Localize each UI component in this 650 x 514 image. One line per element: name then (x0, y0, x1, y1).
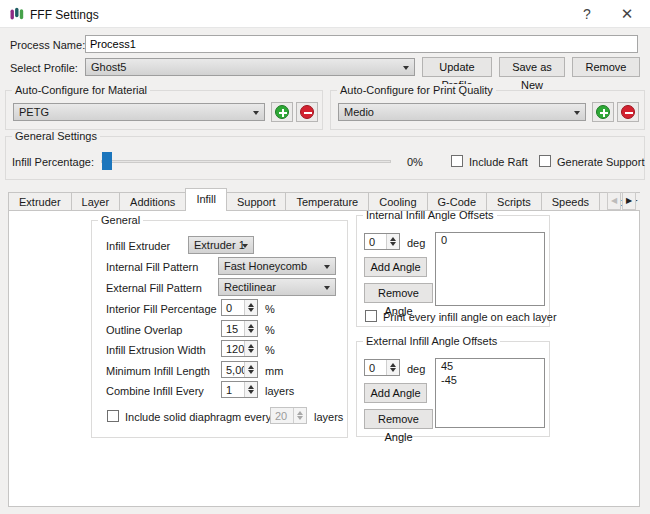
external-fill-pattern-value: Rectilinear (224, 281, 276, 293)
process-name-label: Process Name: (10, 39, 85, 51)
tab-scripts[interactable]: Scripts (486, 192, 542, 211)
spinner-arrows-icon[interactable] (244, 321, 257, 336)
combine-infill-every-label: Combine Infill Every (106, 385, 204, 397)
select-profile-label: Select Profile: (10, 62, 78, 74)
include-solid-diaphragm-checkbox[interactable] (107, 410, 119, 422)
tab-gcode[interactable]: G-Code (427, 192, 488, 211)
tab-additions[interactable]: Additions (119, 192, 186, 211)
remove-material-button[interactable] (296, 102, 318, 122)
spinner-arrows-icon[interactable] (244, 341, 257, 356)
chevron-down-icon (242, 244, 248, 248)
tab-layer[interactable]: Layer (71, 192, 121, 211)
update-profile-button[interactable]: Update Profile (422, 57, 492, 77)
chevron-down-icon (403, 66, 409, 70)
internal-add-angle-button[interactable]: Add Angle (364, 257, 427, 277)
infill-extruder-select[interactable]: Extruder 1 (188, 236, 254, 254)
fff-settings-dialog: FFF Settings ? ✕ Process Name: Select Pr… (0, 0, 650, 514)
tab-cooling[interactable]: Cooling (368, 192, 427, 211)
minimum-infill-length-spinner[interactable]: 5,00 (221, 361, 258, 378)
infill-extrusion-width-spinner[interactable]: 120 (221, 340, 258, 357)
include-raft-label: Include Raft (469, 156, 528, 168)
interior-fill-percentage-value: 0 (226, 302, 232, 314)
save-as-new-button[interactable]: Save as New (499, 57, 565, 77)
tab-scroll-left-icon[interactable]: ◀ (607, 192, 621, 210)
outline-overlap-value: 15 (226, 323, 238, 335)
infill-extrusion-width-value: 120 (226, 343, 244, 355)
infill-extruder-label: Infill Extruder (106, 240, 170, 252)
add-quality-button[interactable] (592, 102, 614, 122)
interior-fill-percentage-unit: % (265, 303, 275, 315)
include-raft-checkbox[interactable] (451, 155, 463, 167)
external-angle-value: 0 (369, 362, 375, 374)
chevron-down-icon (253, 111, 259, 115)
material-select[interactable]: PETG (13, 103, 265, 121)
infill-general-title: General (98, 214, 143, 226)
combine-infill-every-value: 1 (226, 384, 232, 396)
help-button[interactable]: ? (574, 4, 600, 24)
external-infill-angle-offsets-group: External Infill Angle Offsets 0 deg 45 -… (356, 341, 550, 437)
combine-infill-every-spinner[interactable]: 1 (221, 381, 258, 398)
spinner-arrows-icon[interactable] (244, 362, 257, 377)
auto-configure-material-title: Auto-Configure for Material (12, 84, 150, 96)
infill-percentage-value: 0% (407, 156, 423, 168)
internal-remove-angle-button[interactable]: Remove Angle (364, 283, 433, 303)
internal-fill-pattern-select[interactable]: Fast Honeycomb (218, 257, 336, 275)
generate-support-checkbox[interactable] (539, 155, 551, 167)
internal-angle-list[interactable]: 0 (435, 232, 545, 306)
app-logo-icon (10, 7, 24, 23)
spinner-arrows-icon[interactable] (244, 382, 257, 397)
plus-icon (275, 105, 289, 119)
interior-fill-percentage-spinner[interactable]: 0 (221, 299, 258, 316)
external-fill-pattern-select[interactable]: Rectilinear (218, 278, 336, 296)
infill-extrusion-width-label: Infill Extrusion Width (106, 344, 206, 356)
profile-select[interactable]: Ghost5 (85, 58, 415, 76)
diaphragm-layers-unit: layers (314, 411, 343, 423)
internal-angle-value: 0 (369, 236, 375, 248)
outline-overlap-spinner[interactable]: 15 (221, 320, 258, 337)
process-name-input[interactable] (85, 35, 638, 53)
auto-configure-quality-title: Auto-Configure for Print Quality (337, 84, 496, 96)
external-angle-unit: deg (407, 363, 425, 375)
spinner-arrows-icon[interactable] (386, 360, 399, 375)
external-remove-angle-button[interactable]: Remove Angle (364, 409, 433, 429)
internal-angle-unit: deg (407, 237, 425, 249)
quality-selected-value: Medio (344, 106, 374, 118)
internal-fill-pattern-label: Internal Fill Pattern (106, 261, 198, 273)
tab-extruder[interactable]: Extruder (8, 192, 72, 211)
tab-speeds[interactable]: Speeds (541, 192, 600, 211)
list-item[interactable]: 45 (436, 359, 544, 373)
infill-percentage-slider-handle[interactable] (102, 152, 112, 170)
tab-temperature[interactable]: Temperature (285, 192, 369, 211)
external-add-angle-button[interactable]: Add Angle (364, 383, 427, 403)
spinner-arrows-icon[interactable] (386, 234, 399, 249)
profile-selected-value: Ghost5 (91, 61, 126, 73)
settings-tab-bar: Extruder Layer Additions Infill Support … (8, 188, 640, 211)
internal-angle-spinner[interactable]: 0 (364, 233, 400, 250)
chevron-down-icon (324, 286, 330, 290)
add-material-button[interactable] (271, 102, 293, 122)
tab-support[interactable]: Support (226, 192, 287, 211)
infill-tab-pane: General Infill Extruder Extruder 1 Inter… (8, 210, 640, 507)
spinner-arrows-icon[interactable] (244, 300, 257, 315)
outline-overlap-label: Outline Overlap (106, 324, 182, 336)
chevron-down-icon (324, 265, 330, 269)
remove-profile-button[interactable]: Remove (572, 57, 640, 77)
external-fill-pattern-label: External Fill Pattern (106, 282, 202, 294)
external-angle-list[interactable]: 45 -45 (435, 358, 545, 428)
quality-select[interactable]: Medio (338, 103, 586, 121)
print-every-infill-angle-checkbox[interactable] (365, 310, 377, 322)
infill-extruder-value: Extruder 1 (194, 239, 245, 251)
infill-general-group: General Infill Extruder Extruder 1 Inter… (91, 220, 348, 438)
plus-icon (596, 105, 610, 119)
remove-quality-button[interactable] (617, 102, 639, 122)
infill-percentage-slider-track[interactable] (101, 160, 391, 163)
close-button[interactable]: ✕ (614, 4, 640, 24)
print-every-infill-angle-label: Print every infill angle on each layer (383, 311, 557, 323)
list-item[interactable]: 0 (436, 233, 544, 247)
external-angle-spinner[interactable]: 0 (364, 359, 400, 376)
internal-infill-angle-offsets-group: Internal Infill Angle Offsets 0 deg 0 Ad… (356, 215, 550, 327)
interior-fill-percentage-label: Interior Fill Percentage (106, 303, 217, 315)
tab-infill[interactable]: Infill (185, 188, 227, 211)
list-item[interactable]: -45 (436, 373, 544, 387)
tab-scroll-right-icon[interactable]: ▶ (622, 192, 636, 210)
